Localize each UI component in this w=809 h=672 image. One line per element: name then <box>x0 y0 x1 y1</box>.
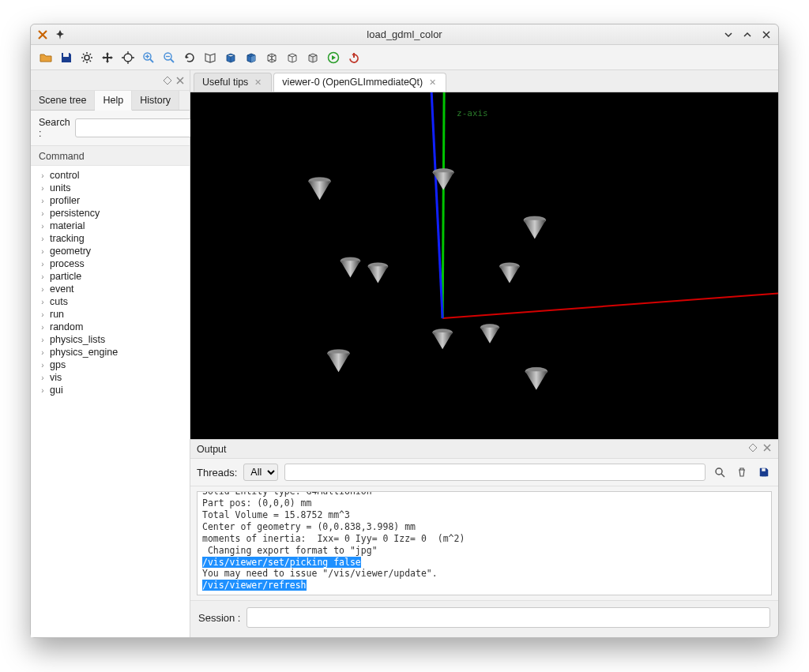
target-icon[interactable] <box>119 49 137 66</box>
tree-item-geometry[interactable]: ›geometry <box>31 245 190 257</box>
hlines-icon[interactable] <box>284 49 301 66</box>
tree-item-gps[interactable]: ›gps <box>31 359 190 371</box>
chevron-right-icon: › <box>39 235 47 243</box>
tree-item-label: gps <box>50 359 66 370</box>
chevron-right-icon: › <box>39 361 47 370</box>
svg-line-3 <box>150 59 153 62</box>
tree-item-vis[interactable]: ›vis <box>31 371 190 384</box>
tree-item-random[interactable]: ›random <box>31 321 190 333</box>
tree-item-control[interactable]: ›control <box>31 169 190 182</box>
trash-icon[interactable] <box>734 464 750 480</box>
svg-point-1 <box>124 54 132 62</box>
z-axis <box>431 92 442 318</box>
move-icon[interactable] <box>99 49 116 66</box>
tree-item-physics_engine[interactable]: ›physics_engine <box>31 346 190 359</box>
tree-item-label: random <box>50 321 83 332</box>
tree-item-gui[interactable]: ›gui <box>31 384 190 396</box>
tree-item-run[interactable]: ›run <box>31 308 190 321</box>
threads-select[interactable]: All <box>243 464 278 481</box>
tree-item-process[interactable]: ›process <box>31 257 190 270</box>
cube-front-icon[interactable] <box>222 49 239 66</box>
close-icon[interactable] <box>762 443 772 455</box>
titlebar: load_gdml_color <box>31 24 778 45</box>
window-close-button[interactable] <box>761 29 772 40</box>
close-icon[interactable] <box>175 76 185 85</box>
tree-item-label: gui <box>50 385 63 396</box>
viewer-tabs: Useful tips✕viewer-0 (OpenGLImmediateQt)… <box>190 70 778 92</box>
wireframe-icon[interactable] <box>263 49 280 66</box>
output-log[interactable]: nodes: 10 node volume: 2.0944 Solid Enti… <box>197 491 772 595</box>
tree-item-label: process <box>50 258 85 269</box>
diamond-icon[interactable] <box>748 443 758 455</box>
main-tab[interactable]: Useful tips✕ <box>194 73 272 92</box>
svg-line-20 <box>721 474 724 477</box>
open-icon[interactable] <box>37 49 55 66</box>
cone-shape <box>525 367 547 390</box>
x-app-icon <box>37 29 48 40</box>
cone-shape <box>328 350 350 373</box>
cone-shape <box>368 263 388 283</box>
search-label: Search : <box>39 117 70 139</box>
tree-item-cuts[interactable]: ›cuts <box>31 295 190 308</box>
toolbar <box>31 45 778 70</box>
svg-line-5 <box>171 59 174 62</box>
search-icon[interactable] <box>712 464 728 480</box>
output-filter-input[interactable] <box>284 464 706 481</box>
sidebar-tab-scene-tree[interactable]: Scene tree <box>31 91 95 110</box>
chevron-right-icon: › <box>39 184 47 193</box>
chevron-right-icon: › <box>39 209 47 218</box>
save-icon[interactable] <box>756 464 772 480</box>
chevron-right-icon: › <box>39 310 47 319</box>
save-icon[interactable] <box>58 49 75 66</box>
tree-item-units[interactable]: ›units <box>31 182 190 194</box>
tree-item-profiler[interactable]: ›profiler <box>31 194 190 207</box>
window-maximize-button[interactable] <box>742 29 753 40</box>
sidebar-dock-header <box>31 70 190 91</box>
tree-item-persistency[interactable]: ›persistency <box>31 207 190 220</box>
session-row: Session : <box>190 600 778 637</box>
window-title: load_gdml_color <box>31 28 778 40</box>
chevron-right-icon: › <box>39 348 47 357</box>
zoom-out-icon[interactable] <box>160 49 178 66</box>
run-icon[interactable] <box>325 49 342 66</box>
tree-item-particle[interactable]: ›particle <box>31 270 190 283</box>
close-icon[interactable]: ✕ <box>427 77 438 88</box>
tree-item-label: persistency <box>50 208 100 219</box>
sidebar-tab-history[interactable]: History <box>132 91 179 110</box>
session-input[interactable] <box>246 607 770 628</box>
close-icon[interactable]: ✕ <box>253 77 263 88</box>
main-tab[interactable]: viewer-0 (OpenGLImmediateQt)✕ <box>273 73 446 92</box>
svg-point-0 <box>85 55 89 60</box>
threads-label: Threads: <box>197 467 237 479</box>
hlsurf-icon[interactable] <box>304 49 322 66</box>
cone-shape <box>433 329 453 350</box>
tab-label: Useful tips <box>202 77 248 88</box>
tree-item-label: profiler <box>50 195 80 206</box>
tree-item-material[interactable]: ›material <box>31 220 190 232</box>
power-icon[interactable] <box>345 49 363 66</box>
search-input[interactable] <box>75 118 210 137</box>
diamond-icon[interactable] <box>163 76 172 85</box>
tree-item-label: tracking <box>50 233 85 244</box>
book-icon[interactable] <box>201 49 219 66</box>
chevron-right-icon: › <box>39 386 47 395</box>
tree-item-event[interactable]: ›event <box>31 283 190 295</box>
settings-icon[interactable] <box>78 49 96 66</box>
svg-point-19 <box>716 468 722 475</box>
zoom-in-icon[interactable] <box>140 49 157 66</box>
cube-side-icon[interactable] <box>243 49 260 66</box>
sidebar-tab-help[interactable]: Help <box>95 91 132 111</box>
window-minimize-button[interactable] <box>723 29 734 40</box>
app-window: load_gdml_color Sce <box>30 24 779 638</box>
cone-shape <box>499 263 519 283</box>
pin-icon[interactable] <box>55 29 66 40</box>
y-axis <box>442 92 444 318</box>
tree-item-physics_lists[interactable]: ›physics_lists <box>31 333 190 346</box>
tree-item-label: units <box>50 182 70 193</box>
tree-item-tracking[interactable]: ›tracking <box>31 232 190 245</box>
rotate-icon[interactable] <box>181 49 198 66</box>
chevron-right-icon: › <box>39 247 47 256</box>
viewer-canvas[interactable]: z-axis <box>190 92 778 439</box>
output-panel: Output Threads: All <box>190 439 778 600</box>
sidebar-tabs: Scene treeHelpHistory <box>31 91 190 111</box>
